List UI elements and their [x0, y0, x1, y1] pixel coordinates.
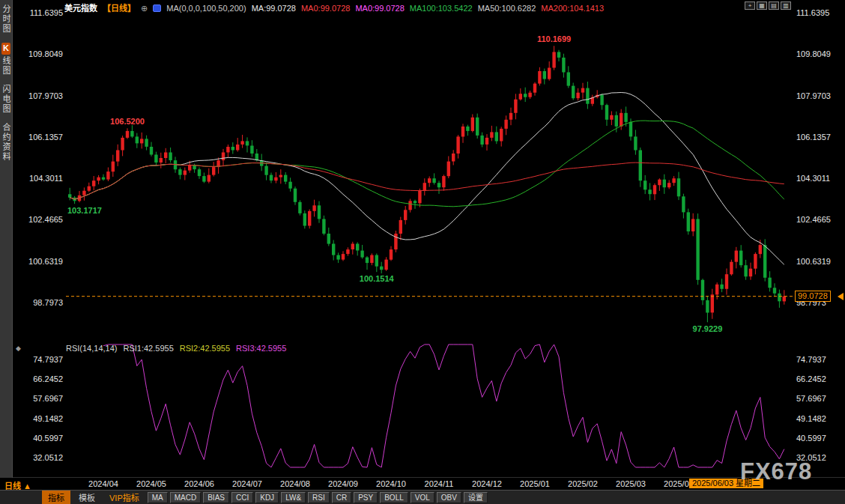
candle	[150, 147, 153, 155]
candle	[749, 269, 752, 277]
candle	[375, 255, 378, 267]
chart-type-icon[interactable]	[153, 4, 161, 12]
price-annotation: 100.1514	[360, 274, 395, 283]
horizontal-split-icon[interactable]: ▤	[769, 1, 779, 10]
indicator-button-lw[interactable]: LW&	[281, 492, 306, 503]
candle	[370, 255, 373, 264]
indicator-button-cr[interactable]: CR	[332, 492, 351, 503]
candle	[92, 180, 95, 186]
candle	[390, 249, 393, 260]
grid-layout-icon[interactable]: ▦	[757, 1, 767, 10]
candle	[88, 186, 91, 191]
last-price-tag: 99.0728	[795, 291, 831, 302]
candle	[581, 88, 584, 93]
add-indicator-icon[interactable]: ⊕	[141, 4, 148, 13]
x-axis-label: 2024/09	[322, 479, 364, 488]
candle	[308, 211, 311, 226]
indicator-button-cci[interactable]: CCI	[231, 492, 253, 503]
x-axis-label: 2025/03	[610, 479, 652, 488]
candle	[514, 100, 517, 113]
candle	[682, 196, 685, 212]
settings-button[interactable]: 设置	[464, 492, 488, 503]
candle	[222, 153, 225, 161]
indicator-button-bias[interactable]: BIAS	[203, 492, 229, 503]
y-axis-label: 107.9703	[13, 91, 63, 100]
candle	[528, 93, 531, 97]
sidebar-item-1[interactable]: 分时图	[0, 4, 12, 34]
toolbar-tab-2[interactable]: 模板	[73, 491, 101, 504]
candle	[414, 201, 417, 203]
candle	[533, 84, 536, 93]
y-axis-label: 32.0512	[13, 453, 63, 462]
price-arrow-marker	[838, 293, 844, 300]
candle	[735, 251, 738, 262]
candle	[466, 127, 469, 131]
ma50-line	[70, 93, 784, 265]
candle	[485, 138, 488, 145]
candle	[711, 294, 714, 312]
candle	[600, 95, 603, 106]
indicator-button-macd[interactable]: MACD	[170, 492, 201, 503]
candle	[208, 175, 211, 182]
indicator-button-obv[interactable]: OBV	[437, 492, 461, 503]
y-axis-label: 107.9703	[796, 91, 843, 100]
y-axis-label: 49.1482	[796, 414, 843, 423]
candle	[773, 288, 776, 294]
indicator-button-vol[interactable]: VOL	[411, 492, 434, 503]
vertical-split-icon[interactable]: ▥	[781, 1, 791, 10]
x-axis-separator	[0, 477, 845, 478]
candle	[154, 155, 157, 163]
candle	[351, 244, 354, 250]
rsi-indicator-chart[interactable]	[66, 341, 794, 470]
candle	[442, 176, 445, 187]
candle	[519, 94, 522, 100]
candle	[327, 234, 330, 244]
indicator-button-psy[interactable]: PSY	[354, 492, 378, 503]
y-axis-label: 104.3011	[13, 174, 63, 183]
candle	[658, 180, 661, 186]
candle	[264, 166, 267, 175]
candle	[490, 132, 493, 138]
y-axis-label: 102.4665	[796, 215, 843, 224]
ma100-value: MA100:103.5422	[410, 4, 473, 13]
x-axis-label: 2024/11	[418, 479, 460, 488]
candle	[332, 244, 335, 255]
candle	[552, 52, 555, 67]
candle	[394, 234, 397, 249]
sidebar-item-2[interactable]: K线图	[0, 43, 12, 76]
candle	[567, 73, 570, 86]
y-axis-label: 109.8049	[13, 49, 63, 58]
candle	[303, 213, 306, 226]
x-axis-label: 2025/02	[562, 479, 604, 488]
candle	[279, 175, 282, 177]
candle	[408, 201, 411, 210]
sidebar-item-3[interactable]: 闪电图	[0, 85, 12, 114]
y-axis-label: 106.1357	[13, 133, 63, 142]
indicator-button-boll[interactable]: BOLL	[380, 492, 408, 503]
candle	[198, 169, 201, 176]
candle	[68, 194, 71, 198]
candle	[255, 154, 258, 160]
price-annotation: 103.1717	[67, 206, 102, 215]
indicator-button-rsi[interactable]: RSI	[308, 492, 330, 503]
y-axis-label: 57.6967	[796, 394, 843, 403]
main-candlestick-chart[interactable]: 106.5200103.1717100.1514110.169997.9229	[66, 10, 794, 338]
candle	[620, 113, 623, 127]
candle	[461, 127, 464, 137]
candle	[576, 93, 579, 99]
price-annotation: 97.9229	[693, 324, 723, 333]
y-axis-label: 109.8049	[796, 49, 843, 58]
candle	[102, 177, 105, 180]
sidebar-item-4[interactable]: 合约资料	[0, 123, 12, 162]
candle	[130, 131, 133, 137]
toolbar-tab-1[interactable]: 指标	[42, 491, 70, 504]
candle	[687, 212, 690, 231]
candle	[428, 178, 431, 183]
candle	[164, 153, 167, 159]
indicator-button-kdj[interactable]: KDJ	[255, 492, 279, 503]
candle	[783, 297, 786, 302]
indicator-button-ma[interactable]: MA	[148, 492, 168, 503]
add-pane-icon[interactable]: +	[745, 1, 755, 10]
toolbar-tab-3[interactable]: VIP指标	[103, 491, 145, 504]
ma-settings: MA(0,0,0,100,50,200)	[166, 4, 246, 13]
